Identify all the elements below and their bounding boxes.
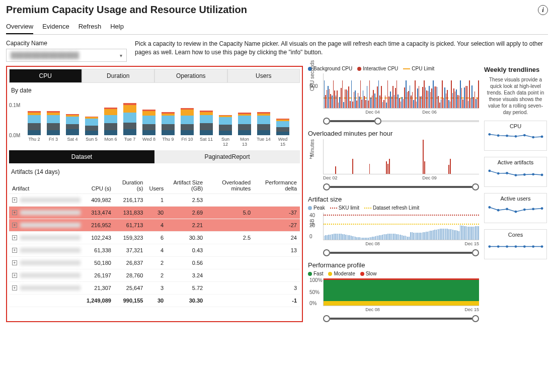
nav-tabs: Overview Evidence Refresh Help bbox=[6, 20, 548, 35]
expand-icon[interactable]: + bbox=[12, 273, 17, 278]
expand-icon[interactable]: + bbox=[12, 210, 17, 215]
artifacts-title: Artifacts (14 days) bbox=[11, 168, 300, 175]
expand-icon[interactable]: + bbox=[12, 198, 17, 203]
svg-point-22 bbox=[497, 245, 500, 248]
svg-point-3 bbox=[515, 135, 517, 138]
svg-point-14 bbox=[488, 206, 491, 209]
trend-card[interactable]: CPU bbox=[484, 121, 547, 151]
svg-point-6 bbox=[541, 136, 543, 138]
trendlines-desc: These visuals provide a quick look at hi… bbox=[484, 76, 547, 116]
table-row[interactable]: +21,30725,64735.723 bbox=[9, 282, 300, 295]
totals-row: 1,249,089 990,155 30 30.30 -1 bbox=[9, 295, 300, 307]
nav-refresh[interactable]: Refresh bbox=[78, 20, 102, 34]
svg-point-8 bbox=[497, 172, 500, 175]
expand-icon[interactable]: + bbox=[12, 235, 17, 240]
trend-card[interactable]: Active artifacts bbox=[484, 157, 547, 187]
capacity-picker[interactable]: ████████████████ ▾ bbox=[6, 49, 127, 62]
tab-duration[interactable]: Duration bbox=[82, 69, 155, 83]
col-users[interactable]: Users bbox=[146, 177, 167, 194]
col-cpu[interactable]: CPU (s) bbox=[84, 177, 114, 194]
info-icon[interactable]: i bbox=[538, 5, 548, 15]
svg-point-17 bbox=[515, 211, 517, 213]
tab-dataset[interactable]: Dataset bbox=[9, 150, 154, 163]
tab-cpu[interactable]: CPU bbox=[9, 69, 82, 83]
svg-point-19 bbox=[532, 208, 534, 211]
tab-users[interactable]: Users bbox=[227, 69, 300, 83]
cpu-seconds-card: Background CPU Interactive CPU CPU Limit… bbox=[308, 66, 479, 125]
expand-icon[interactable]: + bbox=[12, 248, 17, 253]
svg-point-20 bbox=[541, 207, 543, 210]
nav-overview[interactable]: Overview bbox=[6, 20, 33, 34]
svg-point-12 bbox=[532, 173, 534, 175]
col-size[interactable]: Artifact Size (GB) bbox=[167, 177, 206, 194]
artifacts-table: Artifact CPU (s) Duration (s) Users Arti… bbox=[9, 177, 300, 307]
svg-point-16 bbox=[506, 208, 508, 211]
svg-point-4 bbox=[523, 134, 526, 137]
svg-point-24 bbox=[515, 245, 517, 248]
svg-point-1 bbox=[497, 134, 500, 137]
tab-operations[interactable]: Operations bbox=[154, 69, 227, 83]
nav-evidence[interactable]: Evidence bbox=[42, 20, 69, 34]
svg-point-21 bbox=[488, 245, 491, 248]
col-perf[interactable]: Performance delta bbox=[254, 177, 300, 194]
svg-point-26 bbox=[532, 245, 534, 248]
svg-point-15 bbox=[497, 209, 500, 212]
size-slider[interactable] bbox=[323, 249, 479, 256]
col-artifact[interactable]: Artifact bbox=[9, 177, 84, 194]
svg-point-9 bbox=[506, 172, 508, 174]
svg-point-5 bbox=[532, 136, 534, 139]
table-row[interactable]: +216,95261,71342.21-27 bbox=[9, 219, 300, 232]
svg-point-27 bbox=[541, 245, 543, 248]
tab-paginated[interactable]: PaginatedReport bbox=[154, 150, 300, 163]
nav-help[interactable]: Help bbox=[110, 20, 124, 34]
table-row[interactable]: +26,19728,76023.24 bbox=[9, 269, 300, 282]
trend-card[interactable]: Cores bbox=[484, 229, 547, 259]
svg-point-7 bbox=[488, 169, 491, 172]
table-row[interactable]: +50,18026,83720.56 bbox=[9, 257, 300, 269]
svg-point-25 bbox=[523, 245, 526, 248]
trendlines-title: Weekly trendlines bbox=[484, 66, 547, 73]
table-row[interactable]: +409,982216,17312.53 bbox=[9, 194, 300, 207]
overload-slider[interactable] bbox=[323, 183, 479, 190]
svg-point-13 bbox=[541, 174, 543, 176]
artifact-size-card: Artifact size Peak SKU limit Dataset ref… bbox=[308, 195, 479, 256]
by-date-chart: 0.1M 0.0M Thu 2Fri 3Sat 4Sun 5Mon 6Tue 7… bbox=[9, 97, 300, 147]
capacity-label: Capacity Name bbox=[6, 40, 127, 47]
svg-point-18 bbox=[523, 209, 526, 211]
svg-point-10 bbox=[515, 174, 517, 176]
table-row[interactable]: +61,33837,32140.4313 bbox=[9, 244, 300, 257]
cpu-range-slider[interactable] bbox=[323, 118, 479, 125]
left-panel: CPU Duration Operations Users By date 0.… bbox=[6, 66, 303, 322]
expand-icon[interactable]: + bbox=[12, 223, 17, 228]
perf-slider[interactable] bbox=[323, 315, 479, 322]
col-duration[interactable]: Duration (s) bbox=[114, 177, 146, 194]
by-date-title: By date bbox=[11, 87, 300, 94]
trend-card[interactable]: Active users bbox=[484, 193, 547, 223]
table-row[interactable]: +102,243159,323630.302.524 bbox=[9, 232, 300, 244]
svg-point-2 bbox=[506, 135, 508, 137]
expand-icon[interactable]: + bbox=[12, 260, 17, 265]
svg-point-0 bbox=[488, 133, 491, 136]
col-overloaded[interactable]: Overloaded minutes bbox=[206, 177, 254, 194]
chevron-down-icon: ▾ bbox=[120, 53, 122, 58]
overloaded-card: Overloaded minutes per hour Minutes 2 De… bbox=[308, 130, 479, 190]
svg-point-11 bbox=[523, 173, 526, 176]
expand-icon[interactable]: + bbox=[12, 285, 17, 290]
svg-point-23 bbox=[506, 245, 508, 248]
help-text: Pick a capacity to review in the Capacit… bbox=[135, 40, 548, 62]
page-title: Premium Capacity Usage and Resource Util… bbox=[6, 4, 247, 16]
performance-card: Performance profile Fast Moderate Slow 1… bbox=[308, 261, 479, 322]
table-row[interactable]: +313,474131,833302.695.0-37 bbox=[9, 207, 300, 219]
